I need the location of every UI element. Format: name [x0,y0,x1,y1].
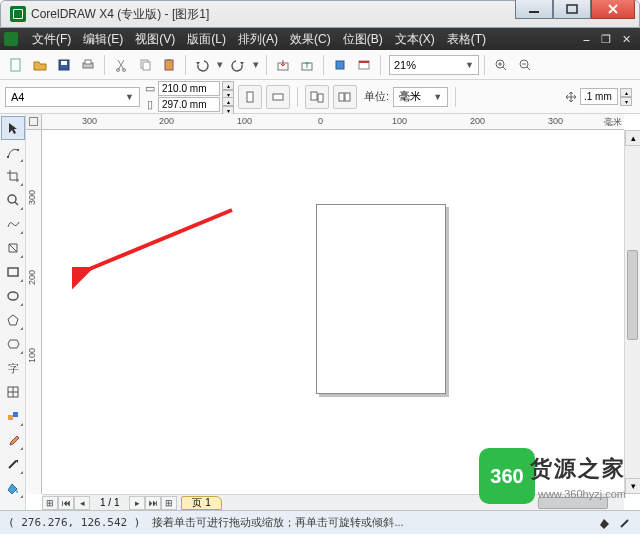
dropdown-arrow-icon: ▼ [433,92,442,102]
dropdown-arrow-icon: ▼ [125,92,134,102]
ruler-unit: 毫米 [604,116,622,129]
cut-button[interactable] [110,54,132,76]
prev-page-button[interactable]: ◂ [74,496,90,510]
scroll-up-button[interactable]: ▴ [625,130,640,146]
export-button[interactable] [296,54,318,76]
basic-shapes-tool[interactable] [1,332,25,356]
app-launcher-button[interactable] [329,54,351,76]
smart-fill-tool[interactable] [1,236,25,260]
zoom-tool[interactable] [1,188,25,212]
canvas[interactable]: 300 200 100 0 100 200 300 毫米 300 200 100… [26,114,640,510]
doc-close-button[interactable]: ✕ [618,32,634,46]
property-bar: A4 ▼ ▭ 210.0 mm ▴▾ ▯ 297.0 mm ▴▾ 单位: 毫米 … [0,80,640,114]
minimize-button[interactable] [515,0,553,19]
welcome-button[interactable] [353,54,375,76]
menu-edit[interactable]: 编辑(E) [77,29,129,50]
maximize-button[interactable] [553,0,591,19]
page-size-combo[interactable]: A4 ▼ [5,87,140,107]
work-area: 字 300 200 100 0 100 200 300 毫米 300 200 1… [0,114,640,510]
current-page-button[interactable] [333,85,357,109]
paste-button[interactable] [158,54,180,76]
nudge-spinner[interactable]: ▴▾ [620,88,632,105]
undo-button[interactable] [191,54,213,76]
scroll-down-button[interactable]: ▾ [625,478,640,494]
height-spinner[interactable]: ▴▾ [222,97,234,112]
import-button[interactable] [272,54,294,76]
ellipse-tool[interactable] [1,284,25,308]
titlebar: CorelDRAW X4 (专业版) - [图形1] [0,0,640,28]
doc-restore-button[interactable]: ❐ [598,32,614,46]
nudge-field[interactable]: .1 mm [580,88,618,105]
first-page-button[interactable]: ⏮ [58,496,74,510]
scroll-thumb-v[interactable] [627,250,638,340]
freehand-tool[interactable] [1,212,25,236]
zoom-in-button[interactable] [490,54,512,76]
menu-text[interactable]: 文本(X) [389,29,441,50]
doc-minimize-button[interactable]: ‒ [578,32,594,46]
next-page-button[interactable]: ▸ [129,496,145,510]
menu-table[interactable]: 表格(T) [441,29,492,50]
document-window-controls: ‒ ❐ ✕ [578,32,636,46]
shape-tool[interactable] [1,140,25,164]
page-height-field[interactable]: 297.0 mm [158,97,220,112]
copy-button[interactable] [134,54,156,76]
text-tool[interactable]: 字 [1,356,25,380]
vertical-scrollbar[interactable]: ▴ ▾ [624,130,640,494]
svg-rect-12 [167,59,171,61]
crop-tool[interactable] [1,164,25,188]
units-value: 毫米 [399,89,421,104]
vertical-ruler[interactable]: 300 200 100 [26,130,42,494]
zoom-level-combo[interactable]: 21% ▼ [389,55,479,75]
fill-tool[interactable] [1,476,25,500]
undo-history-button[interactable]: ▾ [215,54,225,76]
ruler-origin[interactable] [26,114,42,130]
annotation-arrow-icon [72,200,242,290]
page-tab-1[interactable]: 页 1 [181,496,221,510]
open-button[interactable] [29,54,51,76]
portrait-button[interactable] [238,85,262,109]
table-tool[interactable] [1,380,25,404]
menu-bitmap[interactable]: 位图(B) [337,29,389,50]
last-page-button[interactable]: ⏭ [145,496,161,510]
all-pages-button[interactable] [305,85,329,109]
rectangle-tool[interactable] [1,260,25,284]
svg-line-35 [87,210,232,270]
close-button[interactable] [591,0,635,19]
menu-effects[interactable]: 效果(C) [284,29,337,50]
outline-tool[interactable] [1,452,25,476]
page-width-field[interactable]: 210.0 mm [158,81,220,96]
width-spinner[interactable]: ▴▾ [222,81,234,96]
menu-arrange[interactable]: 排列(A) [232,29,284,50]
pick-tool[interactable] [1,116,25,140]
redo-history-button[interactable]: ▾ [251,54,261,76]
outline-swatch-icon[interactable] [618,516,632,530]
interactive-blend-tool[interactable] [1,404,25,428]
zoom-out-button[interactable] [514,54,536,76]
horizontal-ruler[interactable]: 300 200 100 0 100 200 300 毫米 [42,114,624,130]
svg-rect-1 [567,5,577,13]
menu-layout[interactable]: 版面(L) [181,29,232,50]
svg-rect-34 [13,412,18,417]
print-button[interactable] [77,54,99,76]
new-button[interactable] [5,54,27,76]
svg-rect-0 [529,11,539,13]
units-combo[interactable]: 毫米 ▼ [393,87,448,107]
eyedropper-tool[interactable] [1,428,25,452]
landscape-button[interactable] [266,85,290,109]
menu-file[interactable]: 文件(F) [26,29,77,50]
add-page-before-button[interactable]: ⊞ [42,496,58,510]
menu-view[interactable]: 视图(V) [129,29,181,50]
page-navigator: ⊞ ⏮ ◂ 1 / 1 ▸ ⏭ ⊞ 页 1 [42,495,222,510]
redo-button[interactable] [227,54,249,76]
polygon-tool[interactable] [1,308,25,332]
width-icon: ▭ [144,82,156,95]
fill-swatch-icon[interactable] [598,516,612,530]
svg-rect-25 [345,93,350,101]
svg-rect-6 [85,60,91,64]
dropdown-arrow-icon: ▼ [465,60,474,70]
add-page-after-button[interactable]: ⊞ [161,496,177,510]
statusbar: ( 276.276, 126.542 ) 接着单击可进行拖动或缩放；再单击可旋转… [0,510,640,534]
svg-rect-15 [336,61,344,69]
page-counter: 1 / 1 [90,497,129,508]
save-button[interactable] [53,54,75,76]
